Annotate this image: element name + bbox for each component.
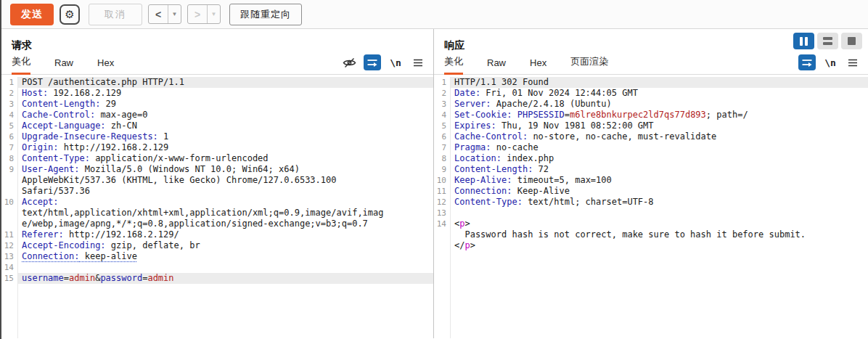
- show-newlines-button[interactable]: \n: [388, 54, 404, 70]
- columns-layout-icon: [800, 37, 803, 46]
- code-row[interactable]: 4Cache-Control: max-age=0: [1, 110, 433, 121]
- request-menu-button[interactable]: [410, 54, 426, 70]
- code-row[interactable]: 13: [434, 208, 868, 218]
- line-number: 10: [434, 175, 450, 186]
- tab-request-raw[interactable]: Raw: [54, 53, 73, 74]
- line-number: [1, 175, 17, 186]
- code-row[interactable]: 5Accept-Language: zh-CN: [1, 121, 433, 131]
- line-number: 9: [434, 164, 450, 175]
- code-row[interactable]: Password hash is not correct, make sure …: [434, 229, 868, 240]
- line-number: 15: [1, 273, 17, 284]
- line-number: [1, 218, 17, 229]
- code-row[interactable]: 9User-Agent: Mozilla/5.0 (Windows NT 10.…: [1, 164, 433, 175]
- editor-empty-area[interactable]: [434, 251, 868, 338]
- code-row[interactable]: 4Set-Cookie: PHPSESSID=m6lre8bnkurpec2ld…: [434, 110, 868, 121]
- line-number: 14: [1, 262, 17, 273]
- tab-response-hex[interactable]: Hex: [530, 53, 546, 74]
- line-number: 9: [1, 164, 17, 175]
- gear-button[interactable]: ⚙: [60, 4, 80, 25]
- forward-button[interactable]: >: [188, 5, 207, 23]
- code-row[interactable]: text/html,application/xhtml+xml,applicat…: [1, 208, 433, 218]
- line-number: 14: [434, 218, 450, 229]
- response-menu-button[interactable]: [845, 54, 861, 70]
- code-row[interactable]: 11Connection: Keep-Alive: [434, 186, 868, 197]
- code-row[interactable]: 3Server: Apache/2.4.18 (Ubuntu): [434, 99, 868, 110]
- code-row[interactable]: 2Date: Fri, 01 Nov 2024 12:44:05 GMT: [434, 88, 868, 99]
- code-row[interactable]: 1POST /authenticate.php HTTP/1.1: [1, 77, 433, 88]
- code-row[interactable]: 8Location: index.php: [434, 153, 868, 164]
- line-number: 3: [434, 99, 450, 110]
- tab-response-raw[interactable]: Raw: [487, 53, 506, 74]
- request-editor[interactable]: 1POST /authenticate.php HTTP/1.12Host: 1…: [1, 75, 433, 338]
- eye-slash-icon: [342, 57, 357, 69]
- cancel-button[interactable]: 取消: [89, 4, 142, 25]
- line-number: 7: [1, 142, 17, 153]
- code-row[interactable]: Safari/537.36: [1, 186, 433, 197]
- hamburger-menu-icon: [412, 58, 424, 68]
- line-number: 6: [1, 131, 17, 142]
- line-number: 12: [434, 197, 450, 208]
- line-number: 12: [1, 240, 17, 251]
- code-row[interactable]: 13Connection: keep-alive: [1, 251, 433, 262]
- tab-response-render[interactable]: 页面渲染: [570, 51, 608, 74]
- layout-single-button[interactable]: [841, 33, 862, 49]
- code-row[interactable]: 12Accept-Encoding: gzip, deflate, br: [1, 240, 433, 251]
- line-number: 1: [434, 77, 450, 88]
- message-panels: 请求 美化 Raw Hex: [1, 29, 868, 338]
- line-number: 10: [1, 197, 17, 208]
- code-row[interactable]: 3Content-Length: 29: [1, 99, 433, 110]
- forward-dropdown[interactable]: ▼: [207, 5, 220, 23]
- line-number: 13: [434, 208, 450, 218]
- code-row[interactable]: AppleWebKit/537.36 (KHTML, like Gecko) C…: [1, 175, 433, 186]
- show-newlines-button[interactable]: \n: [822, 54, 838, 70]
- code-row[interactable]: 15username=admin&password=admin: [1, 273, 433, 284]
- code-row[interactable]: 6Upgrade-Insecure-Requests: 1: [1, 131, 433, 142]
- layout-rows-button[interactable]: [817, 33, 838, 49]
- code-row[interactable]: 11Referer: http://192.168.2.129/: [1, 229, 433, 240]
- code-row[interactable]: 2Host: 192.168.2.129: [1, 88, 433, 99]
- chevron-down-icon: ▼: [211, 11, 217, 17]
- code-row[interactable]: 14: [1, 262, 433, 273]
- toolbar: 发送 ⚙ 取消 < ▼ > ▼ 跟随重定向: [1, 0, 868, 29]
- response-tabs: 美化 Raw Hex 页面渲染 \n: [434, 52, 868, 75]
- code-row[interactable]: </p>: [434, 240, 868, 251]
- code-row[interactable]: 7Origin: http://192.168.2.129: [1, 142, 433, 153]
- line-number: 8: [1, 153, 17, 164]
- rows-layout-icon: [823, 37, 832, 40]
- line-number: 7: [434, 142, 450, 153]
- request-tabs: 美化 Raw Hex: [1, 52, 433, 75]
- wrap-lines-icon: [367, 57, 378, 68]
- layout-columns-button[interactable]: [793, 33, 814, 49]
- code-row[interactable]: 8Content-Type: application/x-www-form-ur…: [1, 153, 433, 164]
- line-number: 4: [434, 110, 450, 121]
- wrap-lines-button[interactable]: [798, 54, 816, 70]
- forward-split-button: > ▼: [187, 4, 221, 24]
- code-row[interactable]: 10Keep-Alive: timeout=5, max=100: [434, 175, 868, 186]
- tab-response-pretty[interactable]: 美化: [444, 51, 463, 74]
- code-row[interactable]: 5Expires: Thu, 19 Nov 1981 08:52:00 GMT: [434, 121, 868, 131]
- response-editor[interactable]: 1HTTP/1.1 302 Found2Date: Fri, 01 Nov 20…: [434, 75, 868, 338]
- code-row[interactable]: 7Pragma: no-cache: [434, 142, 868, 153]
- code-row[interactable]: 6Cache-Control: no-store, no-cache, must…: [434, 131, 868, 142]
- request-panel-title: 请求: [1, 29, 433, 52]
- line-number: 2: [1, 88, 17, 99]
- gear-icon: ⚙: [65, 9, 74, 20]
- wrap-lines-button[interactable]: [364, 54, 381, 70]
- response-editor-icons: \n: [798, 54, 861, 70]
- back-button[interactable]: <: [149, 5, 168, 23]
- code-row[interactable]: 10Accept:: [1, 197, 433, 208]
- code-row[interactable]: 1HTTP/1.1 302 Found: [434, 77, 868, 88]
- hide-nonprintable-button[interactable]: [341, 54, 357, 70]
- tab-request-hex[interactable]: Hex: [97, 53, 114, 74]
- tab-request-pretty[interactable]: 美化: [12, 51, 30, 74]
- back-dropdown[interactable]: ▼: [168, 5, 181, 23]
- code-row[interactable]: 12Content-Type: text/html; charset=UTF-8: [434, 197, 868, 208]
- code-row[interactable]: e/webp,image/apng,*/*;q=0.8,application/…: [1, 218, 433, 229]
- code-row[interactable]: 9Content-Length: 72: [434, 164, 868, 175]
- follow-redirect-button[interactable]: 跟随重定向: [229, 4, 302, 25]
- editor-empty-area[interactable]: [1, 284, 433, 338]
- line-number: [1, 186, 17, 197]
- line-number: 4: [1, 110, 17, 121]
- send-button[interactable]: 发送: [10, 4, 54, 25]
- code-row[interactable]: 14<p>: [434, 218, 868, 229]
